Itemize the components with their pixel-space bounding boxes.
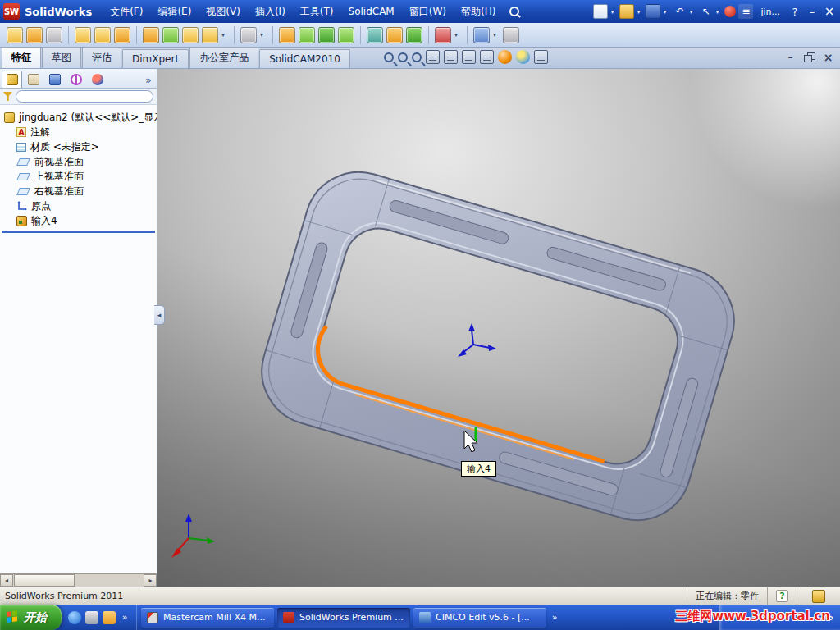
tab-dimxpert[interactable]: DimXpert	[122, 49, 189, 68]
tree-item-imported4[interactable]: 输入4	[0, 213, 157, 228]
rollback-bar[interactable]	[2, 231, 155, 233]
std-toolbar-icon-21[interactable]	[503, 27, 519, 43]
tree-item-origin[interactable]: 原点	[0, 199, 157, 213]
std-toolbar-icon-4[interactable]	[75, 27, 91, 43]
std-toolbar-icon-18[interactable]	[406, 27, 422, 43]
tree-filter-input[interactable]	[16, 90, 153, 103]
menu-solidcam[interactable]: SolidCAM	[342, 2, 401, 21]
std-toolbar-icon-11[interactable]	[240, 27, 257, 43]
menu-file[interactable]: 文件(F)	[103, 2, 149, 22]
std-toolbar-icon-14[interactable]	[318, 27, 335, 43]
std-toolbar-icon-10[interactable]	[202, 27, 218, 43]
select-pointer-icon[interactable]	[698, 4, 713, 19]
propertymanager-tab[interactable]	[23, 71, 43, 88]
tree-item-front-plane[interactable]: 前视基准面	[0, 154, 157, 169]
std-toolbar-icon-6[interactable]	[114, 27, 130, 43]
quick-launch-overflow-icon[interactable]	[120, 611, 130, 624]
open-doc-dropdown-icon[interactable]	[637, 4, 643, 19]
display-style-icon[interactable]	[462, 50, 476, 64]
new-doc-icon[interactable]	[593, 4, 608, 19]
std-toolbar-icon-15[interactable]	[338, 27, 354, 43]
task-solidworks[interactable]: SolidWorks Premium ...	[277, 608, 410, 628]
model-part[interactable]	[249, 159, 747, 533]
apply-scene-icon[interactable]	[516, 50, 530, 64]
featuremanager-tab[interactable]	[2, 71, 22, 88]
quick-launch-browser-icon[interactable]	[68, 611, 81, 624]
tab-solidcam2010[interactable]: SolidCAM2010	[259, 49, 350, 68]
status-tool[interactable]	[797, 587, 840, 605]
minimize-button[interactable]	[805, 4, 819, 19]
doc-close-icon[interactable]	[821, 51, 835, 63]
panel-collapse-arrow[interactable]	[154, 305, 165, 325]
undo-icon[interactable]	[672, 4, 687, 19]
previous-view-icon[interactable]	[412, 52, 422, 62]
menu-insert[interactable]: 插入(I)	[249, 2, 292, 22]
std-toolbar-icon-8[interactable]	[162, 27, 179, 43]
scrollbar-thumb[interactable]	[14, 574, 75, 587]
edit-appearance-icon[interactable]	[498, 50, 512, 64]
std-toolbar-icon-9[interactable]	[182, 27, 199, 43]
undo-dropdown-icon[interactable]	[689, 4, 696, 19]
search-icon[interactable]	[509, 6, 521, 18]
configurationmanager-tab[interactable]	[44, 71, 65, 88]
std-toolbar-icon-20[interactable]	[473, 27, 490, 43]
tab-evaluate[interactable]: 评估	[82, 47, 121, 68]
menu-edit[interactable]: 编辑(E)	[151, 2, 198, 22]
toolbar-dropdown-icon[interactable]	[493, 27, 500, 43]
select-dropdown-icon[interactable]	[715, 4, 722, 19]
close-button[interactable]	[822, 4, 837, 19]
list-icon[interactable]	[738, 4, 753, 19]
view-settings-icon[interactable]	[534, 50, 548, 64]
std-toolbar-icon-17[interactable]	[386, 27, 403, 43]
toolbar-dropdown-icon[interactable]	[454, 27, 461, 43]
tree-item-annotations[interactable]: 注解	[0, 125, 157, 139]
tab-sketch[interactable]: 草图	[42, 47, 81, 68]
quick-launch-app-icon[interactable]	[103, 611, 116, 624]
view-orientation-icon[interactable]	[444, 50, 458, 64]
zoom-fit-icon[interactable]	[384, 52, 394, 62]
tab-features[interactable]: 特征	[2, 47, 41, 68]
start-button[interactable]: 开始	[0, 605, 62, 630]
toolbar-dropdown-icon[interactable]	[260, 27, 267, 43]
tab-office-products[interactable]: 办公室产品	[189, 47, 258, 68]
help-button[interactable]	[788, 4, 802, 19]
tree-item-top-plane[interactable]: 上视基准面	[0, 169, 157, 184]
dimxpertmanager-tab[interactable]	[66, 71, 86, 88]
task-mastercam[interactable]: Mastercam Mill X4 M...	[141, 608, 274, 628]
std-toolbar-icon-3[interactable]	[46, 27, 62, 43]
tree-root[interactable]: jingduan2 (默认<<默认>_显示	[0, 110, 157, 125]
scroll-left-icon[interactable]	[0, 574, 13, 587]
tasks-overflow-icon[interactable]	[550, 611, 559, 624]
menu-help[interactable]: 帮助(H)	[454, 2, 502, 22]
panel-tabs-overflow-icon[interactable]	[142, 73, 155, 88]
new-doc-dropdown-icon[interactable]	[610, 4, 617, 19]
std-toolbar-icon-5[interactable]	[94, 27, 111, 43]
std-toolbar-icon-16[interactable]	[367, 27, 383, 43]
menu-window[interactable]: 窗口(W)	[403, 2, 453, 22]
section-view-icon[interactable]	[426, 50, 440, 64]
displaymanager-tab[interactable]	[87, 71, 107, 88]
save-dropdown-icon[interactable]	[663, 4, 669, 19]
tree-item-material[interactable]: 材质 <未指定>	[0, 139, 157, 154]
std-toolbar-icon-12[interactable]	[279, 27, 295, 43]
doc-minimize-icon[interactable]	[783, 51, 797, 63]
menu-tools[interactable]: 工具(T)	[294, 2, 340, 22]
tree-item-right-plane[interactable]: 右视基准面	[0, 184, 157, 199]
quick-launch-desktop-icon[interactable]	[85, 611, 98, 624]
hide-show-items-icon[interactable]	[480, 50, 494, 64]
std-toolbar-icon-1[interactable]	[7, 27, 23, 43]
std-toolbar-icon-19[interactable]	[435, 27, 451, 43]
scroll-right-icon[interactable]	[144, 574, 157, 587]
save-icon[interactable]	[646, 4, 660, 19]
std-toolbar-icon-13[interactable]	[299, 27, 315, 43]
toolbar-dropdown-icon[interactable]	[221, 27, 228, 43]
graphics-area[interactable]: 输入4	[158, 69, 840, 587]
doc-restore-icon[interactable]	[802, 51, 816, 63]
zoom-to-area-icon[interactable]	[398, 52, 408, 62]
std-toolbar-icon-2[interactable]	[26, 27, 43, 43]
task-cimco[interactable]: CIMCO Edit v5.6 - [...	[413, 608, 546, 628]
status-help[interactable]	[767, 587, 797, 605]
macro-record-icon[interactable]	[724, 6, 736, 17]
menu-view[interactable]: 视图(V)	[199, 2, 247, 22]
std-toolbar-icon-7[interactable]	[143, 27, 159, 43]
